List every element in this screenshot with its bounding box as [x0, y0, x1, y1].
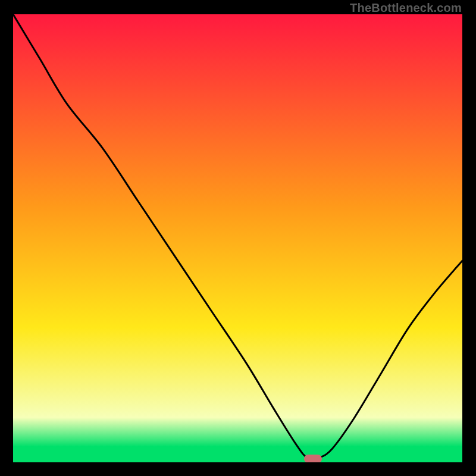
plot-svg: [13, 14, 462, 462]
optimum-marker: [304, 455, 322, 462]
chart-frame: TheBottleneck.com: [0, 0, 476, 476]
watermark-text: TheBottleneck.com: [350, 1, 462, 15]
gradient-background: [13, 14, 462, 462]
plot-area: [13, 14, 462, 462]
